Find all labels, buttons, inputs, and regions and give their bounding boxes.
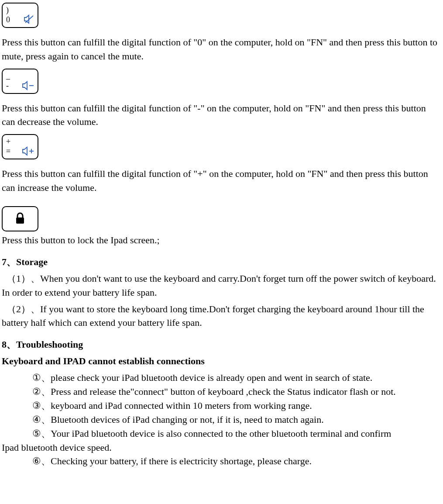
list-text: please check your iPad bluetooth device … [51,372,372,383]
storage-item-2: （2）、If you want to store the keyboard lo… [2,302,440,330]
section-8-title: 8、Troubleshooting [2,338,440,352]
keycap-zero-mute: ) 0 [2,3,38,28]
desc-zero: Press this button can fulfill the digita… [2,35,440,63]
desc-lock: Press this button to lock the Ipad scree… [2,233,440,247]
troubleshoot-list: ①、please check your iPad bluetooth devic… [2,371,440,468]
desc-plus: Press this button can fulfill the digita… [2,167,440,195]
storage-item-2-lead: （2）、 [7,304,40,314]
list-num: ⑥、 [32,456,51,466]
keycap-minus-voldown: _ - [2,69,38,94]
storage-item-1-text: When you don't want to use the keyboard … [2,273,436,298]
list-text: Your iPad bluetooth device is also conne… [51,428,391,439]
keycap-bottom-label: = [6,145,10,157]
list-text: keyboard and iPad connected within 10 me… [51,400,312,411]
troubleshoot-item-5: ⑤、Your iPad bluetooth device is also con… [2,427,440,455]
section-8-subtitle: Keyboard and IPAD cannot establish conne… [2,354,440,368]
list-num: ①、 [32,372,51,383]
list-num: ④、 [32,414,51,425]
list-num: ⑤、 [32,428,51,439]
volume-up-icon [22,146,35,156]
list-num: ③、 [32,400,51,411]
volume-down-icon [22,81,35,90]
list-text: Bluetooth devices of iPad changing or no… [51,414,324,425]
keycap-bottom-label: - [6,80,9,91]
keycap-bottom-label: 0 [6,14,10,25]
keycap-lock [2,206,38,231]
desc-minus: Press this button can fulfill the digita… [2,101,440,129]
section-7-title: 7、Storage [2,255,440,269]
mute-icon [24,14,35,24]
list-text: Press and release the"connect" button of… [51,386,396,397]
list-num: ②、 [32,386,51,397]
svg-rect-4 [16,217,24,224]
lock-icon [14,212,26,225]
storage-item-1: （1）、When you don't want to use the keybo… [2,272,440,300]
list-text: Checking your battery, if there is elect… [51,456,312,466]
storage-item-2-text: If you want to store the keyboard long t… [2,304,424,328]
storage-item-1-lead: （1）、 [7,273,40,284]
keycap-plus-volup: + = [2,134,38,159]
list-text-cont: Ipad bluetooth device speed. [2,441,440,455]
